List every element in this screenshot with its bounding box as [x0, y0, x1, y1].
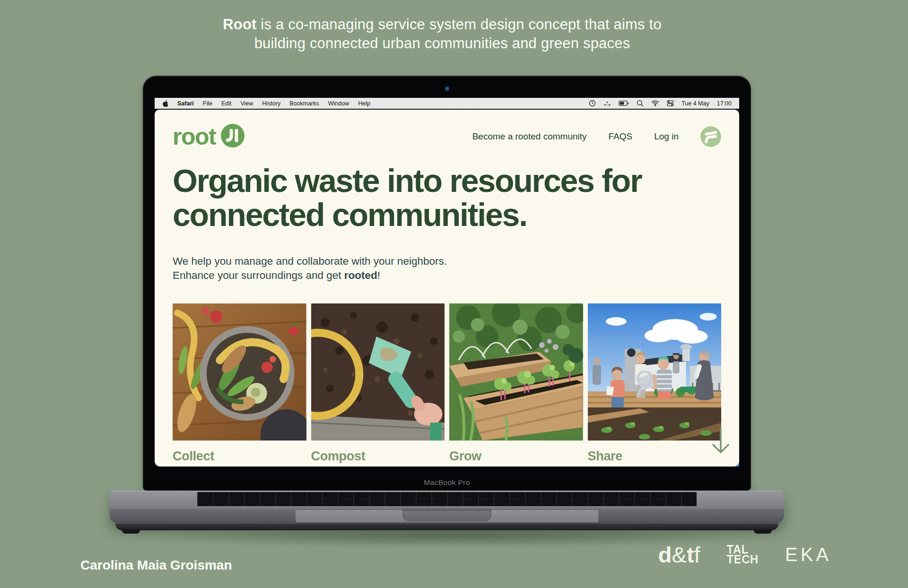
share-illustration	[588, 303, 722, 441]
intro-line1: We help you manage and collaborate with …	[173, 254, 721, 268]
page-intro: We help you manage and collaborate with …	[173, 254, 721, 283]
compost-illustration	[311, 303, 445, 441]
headline-line2: connected communities.	[173, 198, 721, 232]
menu-help[interactable]: Help	[358, 100, 370, 107]
photo-food-scraps-bowl	[173, 303, 306, 441]
search-icon[interactable]	[637, 100, 644, 107]
photo-soil-trowel	[311, 303, 445, 441]
clock-icon[interactable]	[589, 100, 596, 107]
macbook-lid: Safari File Edit View History Bookmarks …	[143, 76, 751, 491]
slide-caption: Root is a co-managing service system des…	[0, 15, 884, 53]
keyboard-keys	[197, 492, 697, 506]
menu-file[interactable]: File	[203, 100, 212, 107]
root-circle-icon	[221, 124, 244, 149]
macbook-base-body	[110, 491, 784, 524]
lid-lift-notch	[402, 509, 491, 521]
webcam-dot	[445, 87, 449, 90]
intro-line2: Enhance your surroundings and get rooted…	[173, 268, 721, 283]
scroll-down-arrow-icon[interactable]	[711, 426, 731, 458]
laptop-display: Safari File Edit View History Bookmarks …	[155, 98, 739, 467]
menu-window[interactable]: Window	[328, 100, 349, 107]
headline-line1: Organic waste into resources for	[173, 164, 721, 198]
menu-view[interactable]: View	[240, 100, 253, 107]
card-share: Share	[588, 303, 722, 464]
slide-caption-line1: is a co-managing service system design c…	[257, 16, 662, 33]
apple-menu-icon[interactable]	[162, 100, 168, 107]
label-compost: Compost	[311, 449, 445, 464]
control-center-icon[interactable]	[667, 100, 674, 107]
page-headline: Organic waste into resources for connect…	[173, 164, 721, 232]
process-cards: Collect	[173, 303, 721, 464]
collect-illustration	[173, 303, 306, 441]
nav-log-in[interactable]: Log in	[654, 131, 679, 142]
card-grow: Grow	[449, 303, 583, 464]
root-logo-text: root	[173, 125, 216, 148]
photo-rooftop-community-garden	[588, 303, 722, 441]
dtf-logo: d&tf	[658, 544, 700, 566]
site-header: root Become a rooted community FAQS Log …	[173, 110, 721, 149]
safari-window: root Become a rooted community FAQS Log …	[155, 110, 739, 467]
keyboard-deck	[110, 491, 784, 509]
card-collect: Collect	[173, 303, 306, 464]
root-logo[interactable]: root	[173, 124, 244, 149]
presentation-slide: Root is a co-managing service system des…	[0, 0, 908, 588]
macos-menubar: Safari File Edit View History Bookmarks …	[155, 98, 739, 109]
author-credit: Carolina Maia Groisman	[80, 558, 232, 573]
label-grow: Grow	[449, 449, 583, 464]
profile-avatar-icon[interactable]	[700, 126, 721, 147]
menubar-app-name[interactable]: Safari	[177, 100, 194, 107]
slide-caption-brand: Root	[223, 16, 256, 33]
menubar-time[interactable]: 17:00	[717, 100, 732, 107]
battery-icon[interactable]	[619, 101, 629, 106]
wifi-icon[interactable]	[651, 100, 659, 106]
slide-caption-line2: building connected urban communities and…	[254, 35, 630, 52]
label-collect: Collect	[173, 449, 306, 464]
grow-illustration	[449, 303, 583, 441]
eka-logo: EKA	[785, 544, 831, 565]
label-share: Share	[588, 449, 722, 464]
dots-icon[interactable]	[603, 101, 611, 106]
nav-become-rooted-community[interactable]: Become a rooted community	[472, 131, 587, 142]
menubar-date[interactable]: Tue 4 May	[681, 100, 709, 107]
card-compost: Compost	[311, 303, 445, 464]
partner-logos: d&tf TAL TECH EKA	[658, 544, 831, 566]
macbook-brand-label: MacBook Pro	[143, 478, 751, 487]
menu-edit[interactable]: Edit	[221, 100, 232, 107]
menu-history[interactable]: History	[262, 100, 280, 107]
site-nav: Become a rooted community FAQS Log in	[472, 126, 721, 147]
taltech-logo: TAL TECH	[727, 545, 759, 565]
photo-raised-garden-beds	[449, 303, 583, 441]
nav-faqs[interactable]: FAQS	[609, 131, 633, 142]
menu-bookmarks[interactable]: Bookmarks	[289, 100, 319, 107]
